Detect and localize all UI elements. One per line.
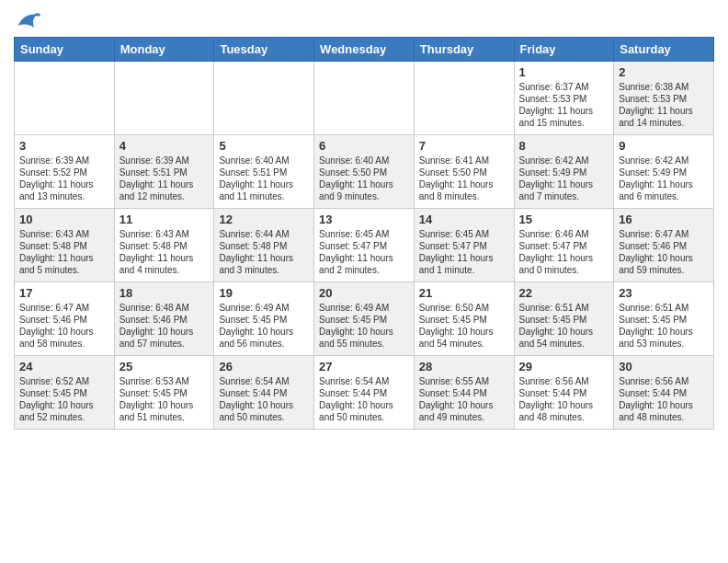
- day-cell: 21Sunrise: 6:50 AM Sunset: 5:45 PM Dayli…: [414, 282, 514, 356]
- week-row-4: 17Sunrise: 6:47 AM Sunset: 5:46 PM Dayli…: [15, 282, 714, 356]
- day-cell: 19Sunrise: 6:49 AM Sunset: 5:45 PM Dayli…: [214, 282, 314, 356]
- day-number: 13: [319, 213, 409, 226]
- day-cell: [15, 62, 115, 135]
- day-number: 29: [519, 360, 609, 373]
- day-cell: 29Sunrise: 6:56 AM Sunset: 5:44 PM Dayli…: [514, 356, 614, 430]
- header-cell-saturday: Saturday: [614, 38, 714, 62]
- day-cell: 3Sunrise: 6:39 AM Sunset: 5:52 PM Daylig…: [15, 135, 115, 209]
- day-info: Sunrise: 6:42 AM Sunset: 5:49 PM Dayligh…: [619, 155, 709, 202]
- header-cell-sunday: Sunday: [15, 38, 115, 62]
- day-cell: [114, 62, 214, 135]
- day-info: Sunrise: 6:55 AM Sunset: 5:44 PM Dayligh…: [419, 375, 509, 423]
- day-info: Sunrise: 6:45 AM Sunset: 5:47 PM Dayligh…: [419, 228, 509, 276]
- day-number: 20: [319, 286, 409, 300]
- day-info: Sunrise: 6:56 AM Sunset: 5:44 PM Dayligh…: [619, 375, 709, 423]
- week-row-3: 10Sunrise: 6:43 AM Sunset: 5:48 PM Dayli…: [15, 209, 714, 282]
- day-info: Sunrise: 6:39 AM Sunset: 5:51 PM Dayligh…: [119, 155, 210, 202]
- day-info: Sunrise: 6:47 AM Sunset: 5:46 PM Dayligh…: [19, 302, 109, 350]
- header-cell-tuesday: Tuesday: [214, 38, 314, 62]
- day-cell: 30Sunrise: 6:56 AM Sunset: 5:44 PM Dayli…: [614, 356, 714, 430]
- day-info: Sunrise: 6:39 AM Sunset: 5:52 PM Dayligh…: [19, 155, 109, 202]
- day-cell: 24Sunrise: 6:52 AM Sunset: 5:45 PM Dayli…: [15, 356, 115, 430]
- day-info: Sunrise: 6:44 AM Sunset: 5:48 PM Dayligh…: [219, 228, 309, 276]
- header-row-days: SundayMondayTuesdayWednesdayThursdayFrid…: [15, 38, 714, 62]
- header-row: [14, 9, 714, 32]
- page-container: SundayMondayTuesdayWednesdayThursdayFrid…: [0, 0, 728, 439]
- header-cell-friday: Friday: [514, 38, 614, 62]
- day-cell: 20Sunrise: 6:49 AM Sunset: 5:45 PM Dayli…: [314, 282, 415, 356]
- day-number: 24: [19, 360, 109, 373]
- day-number: 5: [219, 139, 309, 153]
- day-number: 8: [519, 139, 609, 153]
- day-info: Sunrise: 6:48 AM Sunset: 5:46 PM Dayligh…: [119, 302, 210, 350]
- header-cell-thursday: Thursday: [414, 38, 514, 62]
- day-cell: 12Sunrise: 6:44 AM Sunset: 5:48 PM Dayli…: [214, 209, 314, 282]
- day-info: Sunrise: 6:45 AM Sunset: 5:47 PM Dayligh…: [319, 228, 409, 276]
- week-row-5: 24Sunrise: 6:52 AM Sunset: 5:45 PM Dayli…: [15, 356, 714, 430]
- day-info: Sunrise: 6:42 AM Sunset: 5:49 PM Dayligh…: [519, 155, 609, 202]
- day-cell: 23Sunrise: 6:51 AM Sunset: 5:45 PM Dayli…: [614, 282, 714, 356]
- day-info: Sunrise: 6:50 AM Sunset: 5:45 PM Dayligh…: [419, 302, 509, 350]
- logo: [14, 9, 41, 32]
- day-cell: 5Sunrise: 6:40 AM Sunset: 5:51 PM Daylig…: [214, 135, 314, 209]
- day-info: Sunrise: 6:40 AM Sunset: 5:50 PM Dayligh…: [319, 155, 409, 202]
- day-number: 10: [19, 213, 109, 226]
- day-number: 1: [519, 65, 609, 79]
- day-info: Sunrise: 6:43 AM Sunset: 5:48 PM Dayligh…: [19, 228, 109, 276]
- day-number: 6: [319, 139, 409, 153]
- week-row-1: 1Sunrise: 6:37 AM Sunset: 5:53 PM Daylig…: [15, 62, 714, 135]
- day-cell: 16Sunrise: 6:47 AM Sunset: 5:46 PM Dayli…: [614, 209, 714, 282]
- day-number: 28: [419, 360, 509, 373]
- day-cell: 26Sunrise: 6:54 AM Sunset: 5:44 PM Dayli…: [214, 356, 314, 430]
- day-cell: 22Sunrise: 6:51 AM Sunset: 5:45 PM Dayli…: [514, 282, 614, 356]
- day-cell: 28Sunrise: 6:55 AM Sunset: 5:44 PM Dayli…: [414, 356, 514, 430]
- day-number: 27: [319, 360, 409, 373]
- day-cell: [314, 62, 415, 135]
- day-cell: 10Sunrise: 6:43 AM Sunset: 5:48 PM Dayli…: [15, 209, 115, 282]
- day-cell: 8Sunrise: 6:42 AM Sunset: 5:49 PM Daylig…: [514, 135, 614, 209]
- day-number: 23: [619, 286, 709, 300]
- day-number: 30: [619, 360, 709, 373]
- day-cell: 25Sunrise: 6:53 AM Sunset: 5:45 PM Dayli…: [114, 356, 214, 430]
- day-number: 3: [19, 139, 109, 153]
- day-info: Sunrise: 6:51 AM Sunset: 5:45 PM Dayligh…: [519, 302, 609, 350]
- day-info: Sunrise: 6:54 AM Sunset: 5:44 PM Dayligh…: [219, 375, 309, 423]
- day-cell: 7Sunrise: 6:41 AM Sunset: 5:50 PM Daylig…: [414, 135, 514, 209]
- day-cell: 13Sunrise: 6:45 AM Sunset: 5:47 PM Dayli…: [314, 209, 415, 282]
- day-number: 16: [619, 213, 709, 226]
- day-info: Sunrise: 6:49 AM Sunset: 5:45 PM Dayligh…: [219, 302, 309, 350]
- day-info: Sunrise: 6:56 AM Sunset: 5:44 PM Dayligh…: [519, 375, 609, 423]
- calendar-table: SundayMondayTuesdayWednesdayThursdayFrid…: [14, 37, 714, 430]
- day-cell: 27Sunrise: 6:54 AM Sunset: 5:44 PM Dayli…: [314, 356, 415, 430]
- day-number: 14: [419, 213, 509, 226]
- day-cell: 17Sunrise: 6:47 AM Sunset: 5:46 PM Dayli…: [15, 282, 115, 356]
- day-cell: 6Sunrise: 6:40 AM Sunset: 5:50 PM Daylig…: [314, 135, 415, 209]
- day-info: Sunrise: 6:46 AM Sunset: 5:47 PM Dayligh…: [519, 228, 609, 276]
- day-info: Sunrise: 6:37 AM Sunset: 5:53 PM Dayligh…: [519, 81, 609, 129]
- day-number: 12: [219, 213, 309, 226]
- day-number: 15: [519, 213, 609, 226]
- calendar-header: SundayMondayTuesdayWednesdayThursdayFrid…: [15, 38, 714, 62]
- day-info: Sunrise: 6:53 AM Sunset: 5:45 PM Dayligh…: [119, 375, 210, 423]
- day-number: 2: [619, 65, 709, 79]
- day-number: 11: [119, 213, 210, 226]
- day-info: Sunrise: 6:54 AM Sunset: 5:44 PM Dayligh…: [319, 375, 409, 423]
- day-info: Sunrise: 6:49 AM Sunset: 5:45 PM Dayligh…: [319, 302, 409, 350]
- day-number: 26: [219, 360, 309, 373]
- day-cell: [414, 62, 514, 135]
- day-number: 17: [19, 286, 109, 300]
- day-cell: 18Sunrise: 6:48 AM Sunset: 5:46 PM Dayli…: [114, 282, 214, 356]
- day-number: 4: [119, 139, 210, 153]
- day-cell: 9Sunrise: 6:42 AM Sunset: 5:49 PM Daylig…: [614, 135, 714, 209]
- day-cell: 1Sunrise: 6:37 AM Sunset: 5:53 PM Daylig…: [514, 62, 614, 135]
- day-number: 7: [419, 139, 509, 153]
- header-cell-monday: Monday: [114, 38, 214, 62]
- day-number: 19: [219, 286, 309, 300]
- day-number: 22: [519, 286, 609, 300]
- day-info: Sunrise: 6:38 AM Sunset: 5:53 PM Dayligh…: [619, 81, 709, 129]
- day-cell: 15Sunrise: 6:46 AM Sunset: 5:47 PM Dayli…: [514, 209, 614, 282]
- header-cell-wednesday: Wednesday: [314, 38, 415, 62]
- day-cell: 2Sunrise: 6:38 AM Sunset: 5:53 PM Daylig…: [614, 62, 714, 135]
- day-number: 25: [119, 360, 210, 373]
- day-cell: 14Sunrise: 6:45 AM Sunset: 5:47 PM Dayli…: [414, 209, 514, 282]
